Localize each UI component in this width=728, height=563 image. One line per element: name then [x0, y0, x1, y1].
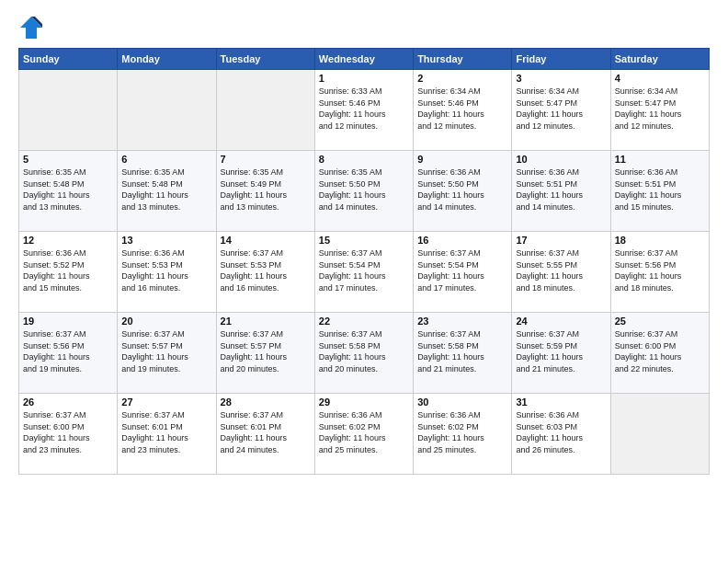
calendar-cell: 30Sunrise: 6:36 AM Sunset: 6:02 PM Dayli… — [414, 394, 512, 475]
day-number: 30 — [417, 396, 507, 408]
day-header-monday: Monday — [118, 49, 216, 70]
calendar-cell: 9Sunrise: 6:36 AM Sunset: 5:50 PM Daylig… — [414, 151, 512, 232]
day-number: 5 — [23, 154, 113, 165]
day-info: Sunrise: 6:35 AM Sunset: 5:48 PM Dayligh… — [23, 167, 113, 213]
day-number: 28 — [221, 396, 311, 408]
calendar-cell: 17Sunrise: 6:37 AM Sunset: 5:55 PM Dayli… — [512, 232, 610, 313]
calendar-cell: 1Sunrise: 6:33 AM Sunset: 5:46 PM Daylig… — [314, 70, 413, 151]
week-row-4: 19Sunrise: 6:37 AM Sunset: 5:56 PM Dayli… — [19, 313, 710, 394]
day-info: Sunrise: 6:37 AM Sunset: 5:57 PM Dayligh… — [221, 328, 311, 374]
day-number: 14 — [221, 235, 311, 246]
calendar-cell: 18Sunrise: 6:37 AM Sunset: 5:56 PM Dayli… — [610, 232, 709, 313]
day-info: Sunrise: 6:37 AM Sunset: 6:01 PM Dayligh… — [121, 409, 211, 455]
day-info: Sunrise: 6:36 AM Sunset: 6:02 PM Dayligh… — [319, 409, 409, 455]
day-info: Sunrise: 6:36 AM Sunset: 6:02 PM Dayligh… — [417, 409, 507, 455]
day-info: Sunrise: 6:35 AM Sunset: 5:49 PM Dayligh… — [221, 167, 311, 213]
day-number: 2 — [417, 73, 507, 84]
day-header-tuesday: Tuesday — [216, 49, 314, 70]
calendar-cell: 13Sunrise: 6:36 AM Sunset: 5:53 PM Dayli… — [118, 232, 216, 313]
day-info: Sunrise: 6:35 AM Sunset: 5:48 PM Dayligh… — [121, 167, 211, 213]
logo — [18, 15, 48, 40]
day-info: Sunrise: 6:37 AM Sunset: 6:00 PM Dayligh… — [23, 409, 113, 455]
day-header-row: SundayMondayTuesdayWednesdayThursdayFrid… — [19, 49, 710, 70]
day-number: 10 — [516, 154, 606, 165]
day-info: Sunrise: 6:35 AM Sunset: 5:50 PM Dayligh… — [319, 167, 409, 213]
calendar-cell: 4Sunrise: 6:34 AM Sunset: 5:47 PM Daylig… — [610, 70, 709, 151]
calendar-cell: 6Sunrise: 6:35 AM Sunset: 5:48 PM Daylig… — [118, 151, 216, 232]
calendar-cell: 3Sunrise: 6:34 AM Sunset: 5:47 PM Daylig… — [512, 70, 610, 151]
day-number: 25 — [615, 316, 705, 327]
calendar-cell: 8Sunrise: 6:35 AM Sunset: 5:50 PM Daylig… — [314, 151, 413, 232]
day-info: Sunrise: 6:34 AM Sunset: 5:47 PM Dayligh… — [615, 86, 705, 132]
calendar-cell: 19Sunrise: 6:37 AM Sunset: 5:56 PM Dayli… — [19, 313, 118, 394]
day-info: Sunrise: 6:36 AM Sunset: 5:53 PM Dayligh… — [121, 247, 211, 293]
day-number: 19 — [23, 316, 113, 327]
day-number: 8 — [319, 154, 409, 165]
week-row-2: 5Sunrise: 6:35 AM Sunset: 5:48 PM Daylig… — [19, 151, 710, 232]
day-number: 17 — [516, 235, 606, 246]
day-number: 23 — [417, 316, 507, 327]
day-header-thursday: Thursday — [414, 49, 512, 70]
day-number: 9 — [417, 154, 507, 165]
calendar-cell: 26Sunrise: 6:37 AM Sunset: 6:00 PM Dayli… — [19, 394, 118, 475]
day-number: 11 — [615, 154, 705, 165]
day-info: Sunrise: 6:37 AM Sunset: 6:01 PM Dayligh… — [221, 409, 311, 455]
day-number: 1 — [319, 73, 409, 84]
day-number: 22 — [319, 316, 409, 327]
day-header-friday: Friday — [512, 49, 610, 70]
day-number: 26 — [23, 396, 113, 408]
day-number: 24 — [516, 316, 606, 327]
day-number: 18 — [615, 235, 705, 246]
calendar-cell: 28Sunrise: 6:37 AM Sunset: 6:01 PM Dayli… — [216, 394, 314, 475]
day-number: 29 — [319, 396, 409, 408]
day-number: 6 — [121, 154, 211, 165]
day-info: Sunrise: 6:37 AM Sunset: 5:57 PM Dayligh… — [121, 328, 211, 374]
day-info: Sunrise: 6:37 AM Sunset: 5:54 PM Dayligh… — [417, 247, 507, 293]
day-number: 16 — [417, 235, 507, 246]
day-number: 13 — [121, 235, 211, 246]
calendar-cell — [216, 70, 314, 151]
day-info: Sunrise: 6:37 AM Sunset: 5:56 PM Dayligh… — [615, 247, 705, 293]
day-info: Sunrise: 6:33 AM Sunset: 5:46 PM Dayligh… — [319, 86, 409, 132]
day-info: Sunrise: 6:37 AM Sunset: 5:56 PM Dayligh… — [23, 328, 113, 374]
day-info: Sunrise: 6:37 AM Sunset: 5:54 PM Dayligh… — [319, 247, 409, 293]
calendar-cell: 31Sunrise: 6:36 AM Sunset: 6:03 PM Dayli… — [512, 394, 610, 475]
day-header-wednesday: Wednesday — [314, 49, 413, 70]
calendar-cell: 21Sunrise: 6:37 AM Sunset: 5:57 PM Dayli… — [216, 313, 314, 394]
calendar-cell: 2Sunrise: 6:34 AM Sunset: 5:46 PM Daylig… — [414, 70, 512, 151]
day-number: 12 — [23, 235, 113, 246]
day-info: Sunrise: 6:36 AM Sunset: 5:51 PM Dayligh… — [615, 167, 705, 213]
day-info: Sunrise: 6:36 AM Sunset: 5:52 PM Dayligh… — [23, 247, 113, 293]
calendar-cell: 16Sunrise: 6:37 AM Sunset: 5:54 PM Dayli… — [414, 232, 512, 313]
day-number: 31 — [516, 396, 606, 408]
day-number: 4 — [615, 73, 705, 84]
svg-marker-0 — [20, 17, 42, 39]
calendar-cell: 22Sunrise: 6:37 AM Sunset: 5:58 PM Dayli… — [314, 313, 413, 394]
calendar-cell: 5Sunrise: 6:35 AM Sunset: 5:48 PM Daylig… — [19, 151, 118, 232]
calendar-cell — [118, 70, 216, 151]
day-info: Sunrise: 6:37 AM Sunset: 6:00 PM Dayligh… — [615, 328, 705, 374]
day-info: Sunrise: 6:34 AM Sunset: 5:47 PM Dayligh… — [516, 86, 606, 132]
day-info: Sunrise: 6:37 AM Sunset: 5:59 PM Dayligh… — [516, 328, 606, 374]
day-number: 27 — [121, 396, 211, 408]
calendar-cell: 25Sunrise: 6:37 AM Sunset: 6:00 PM Dayli… — [610, 313, 709, 394]
day-number: 20 — [121, 316, 211, 327]
calendar-cell: 29Sunrise: 6:36 AM Sunset: 6:02 PM Dayli… — [314, 394, 413, 475]
calendar-cell: 24Sunrise: 6:37 AM Sunset: 5:59 PM Dayli… — [512, 313, 610, 394]
week-row-5: 26Sunrise: 6:37 AM Sunset: 6:00 PM Dayli… — [19, 394, 710, 475]
calendar-cell: 7Sunrise: 6:35 AM Sunset: 5:49 PM Daylig… — [216, 151, 314, 232]
calendar-cell — [610, 394, 709, 475]
logo-icon — [18, 15, 44, 40]
calendar-cell: 11Sunrise: 6:36 AM Sunset: 5:51 PM Dayli… — [610, 151, 709, 232]
day-info: Sunrise: 6:37 AM Sunset: 5:58 PM Dayligh… — [319, 328, 409, 374]
calendar-cell: 10Sunrise: 6:36 AM Sunset: 5:51 PM Dayli… — [512, 151, 610, 232]
day-info: Sunrise: 6:36 AM Sunset: 6:03 PM Dayligh… — [516, 409, 606, 455]
page: SundayMondayTuesdayWednesdayThursdayFrid… — [0, 0, 728, 563]
day-number: 15 — [319, 235, 409, 246]
calendar-cell: 20Sunrise: 6:37 AM Sunset: 5:57 PM Dayli… — [118, 313, 216, 394]
day-header-saturday: Saturday — [610, 49, 709, 70]
day-number: 3 — [516, 73, 606, 84]
day-number: 7 — [221, 154, 311, 165]
day-header-sunday: Sunday — [19, 49, 118, 70]
calendar-cell: 15Sunrise: 6:37 AM Sunset: 5:54 PM Dayli… — [314, 232, 413, 313]
